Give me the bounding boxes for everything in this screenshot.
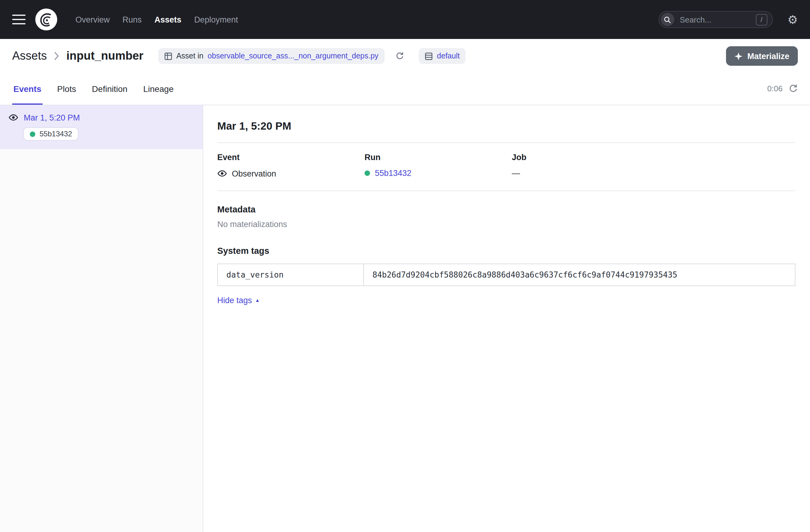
metadata-empty-text: No materializations [217,220,795,229]
breadcrumb-assets-link[interactable]: Assets [12,49,47,63]
hide-tags-link[interactable]: Hide tags ▲ [217,296,260,305]
nav-item-deployment[interactable]: Deployment [193,11,239,28]
caret-up-icon: ▲ [255,298,260,303]
system-tags-heading: System tags [217,246,795,256]
content-area: Mar 1, 5:20 PM 55b13432 Mar 1, 5:20 PM E… [0,105,810,532]
event-detail-panel: Mar 1, 5:20 PM Event Observation [203,105,810,532]
repository-icon [425,52,433,60]
event-title: Mar 1, 5:20 PM [217,120,795,133]
materialize-button[interactable]: Materialize [726,46,798,66]
run-id-link[interactable]: 55b13432 [375,168,411,178]
tab-lineage[interactable]: Lineage [142,77,175,105]
repository-tag[interactable]: default [419,48,466,64]
asset-tabs: Events Plots Definition Lineage 0:06 [12,77,798,105]
timer-value: 0:06 [767,84,783,93]
tag-key-cell: data_version [218,264,364,286]
job-empty-value: — [512,168,520,178]
search-icon [661,13,674,26]
logo-swirl-icon [36,9,56,30]
divider [217,142,795,143]
asset-origin-tag[interactable]: Asset in observable_source_ass..._non_ar… [158,48,384,64]
nav-item-runs[interactable]: Runs [122,11,143,28]
repository-name: default [437,52,460,60]
refresh-icon[interactable] [789,84,798,93]
run-column-label: Run [364,153,512,162]
run-column: Run 55b13432 [364,153,512,178]
nav-links: Overview Runs Assets Deployment [74,11,239,28]
event-timestamp-link[interactable]: Mar 1, 5:20 PM [24,113,80,122]
tab-definition[interactable]: Definition [91,77,129,105]
event-list-sidebar: Mar 1, 5:20 PM 55b13432 [0,105,203,532]
asset-name: input_number [66,49,143,63]
nav-item-assets[interactable]: Assets [153,11,183,28]
tag-value-cell: 84b26d7d9204cbf588026c8a9886d403a6c9637c… [364,264,795,286]
sparkle-icon [734,52,743,60]
event-summary-columns: Event Observation Run [217,153,795,178]
search-box[interactable]: / [659,11,773,28]
gear-icon[interactable]: ⚙ [788,14,798,25]
divider [217,191,795,191]
system-tags-table: data_version 84b26d7d9204cbf588026c8a988… [217,263,795,286]
event-column: Event Observation [217,153,364,178]
nav-item-overview[interactable]: Overview [74,11,111,28]
run-status-dot [364,171,370,176]
tab-events[interactable]: Events [12,77,43,105]
metadata-heading: Metadata [217,205,795,214]
asset-header: Assets input_number Asset in observable_… [0,39,810,105]
observation-eye-icon [9,113,18,122]
asset-source-file-link[interactable]: observable_source_ass..._non_argument_de… [208,52,378,60]
reload-location-icon[interactable] [395,52,404,60]
refresh-timer: 0:06 [767,84,798,93]
job-column: Job — [512,153,795,178]
event-type-value: Observation [232,169,276,178]
nav-right: / ⚙ [659,11,798,28]
dagster-logo[interactable] [35,9,57,30]
chevron-right-icon [53,52,60,60]
job-column-label: Job [512,153,795,162]
breadcrumb: Assets input_number Asset in observable_… [12,46,798,66]
search-shortcut-hint: / [756,14,767,25]
run-id-pill[interactable]: 55b13432 [23,127,79,141]
table-icon [164,52,172,60]
app-window: Overview Runs Assets Deployment / ⚙ Asse… [0,0,810,532]
top-nav: Overview Runs Assets Deployment / ⚙ [0,0,810,39]
asset-origin-prefix: Asset in [176,52,203,60]
tab-plots[interactable]: Plots [56,77,77,105]
event-column-label: Event [217,153,364,162]
run-id-label: 55b13432 [39,130,72,138]
run-status-dot [30,131,35,136]
search-input[interactable] [679,14,751,25]
event-list-item-selected[interactable]: Mar 1, 5:20 PM 55b13432 [0,105,202,149]
observation-eye-icon [217,168,227,178]
menu-icon[interactable] [12,15,26,25]
